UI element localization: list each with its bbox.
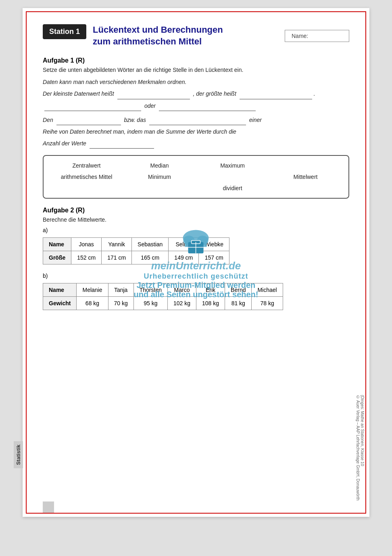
table-cell: 102 kg	[168, 297, 196, 310]
copyright-text: (Dinges: Mathe an Stationen, Klasse 10 ©…	[356, 395, 365, 501]
table-row: Größe 152 cm 171 cm 165 cm 149 cm 157 cm	[43, 251, 229, 264]
word-box: Zentralwert Median Maximum arithmetische…	[43, 155, 349, 199]
blank7	[90, 148, 154, 149]
table-cell: Sebastian	[132, 238, 169, 251]
word-arithmetisches-mittel: arithmetisches Mittel	[52, 174, 121, 180]
word-minimum: Minimum	[125, 174, 194, 180]
table-cell: 81 kg	[225, 297, 252, 310]
word-empty3	[52, 185, 121, 191]
page: Station 1 Lückentext und Berechnungen zu…	[23, 8, 369, 517]
task2-description: Berechne die Mittelwerte.	[43, 216, 349, 223]
blank6	[149, 125, 246, 125]
table-cell: 149 cm	[169, 251, 199, 264]
blank1	[117, 99, 190, 99]
blank3	[44, 111, 141, 111]
header: Station 1 Lückentext und Berechnungen zu…	[43, 24, 349, 47]
word-empty5	[271, 185, 340, 191]
table-header-gewicht: Gewicht	[43, 297, 77, 310]
task2a-section: a) Name Jonas Yannik Sebastian Selma Wie…	[43, 227, 349, 264]
line2: Der kleinste Datenwert heißt , der größt…	[43, 89, 349, 99]
table-header-groesse: Größe	[43, 251, 71, 264]
table-header-name: Name	[43, 283, 77, 297]
line7: Anzahl der Werte	[43, 138, 349, 149]
table-cell: 95 kg	[133, 297, 167, 310]
table-cell: Thorsten	[133, 283, 167, 297]
table-cell: 68 kg	[77, 297, 108, 310]
table-cell: 152 cm	[71, 251, 102, 264]
table-cell: Michael	[252, 283, 283, 297]
word-empty1	[271, 162, 340, 169]
table-cell: Bernd	[225, 283, 252, 297]
page-number	[43, 501, 54, 513]
line6: Reihe von Daten berechnet man, indem man…	[43, 127, 349, 137]
blank5	[56, 125, 121, 125]
table-row: Name Jonas Yannik Sebastian Selma Wiebke	[43, 238, 229, 251]
table-cell: Erik	[196, 283, 225, 297]
table-cell: 70 kg	[108, 297, 133, 310]
table-cell: Selma	[169, 238, 199, 251]
blank2	[240, 99, 312, 99]
task1-section: Aufgabe 1 (R) Setze die unten abgebildet…	[43, 57, 349, 199]
table-header-name: Name	[43, 238, 71, 251]
table-row: Name Melanie Tanja Thorsten Marco Erik B…	[43, 283, 283, 297]
table-cell: Tanja	[108, 283, 133, 297]
task2-section: Aufgabe 2 (R) Berechne die Mittelwerte. …	[43, 207, 349, 310]
header-title: Lückentext und Berechnungen zum arithmet…	[93, 24, 278, 47]
sub-b-label: b)	[43, 273, 349, 279]
station-badge: Station 1	[43, 24, 86, 39]
word-mittelwert: Mittelwert	[271, 174, 340, 180]
sidebar-statistik-label: Statistik	[14, 441, 23, 468]
table-cell: Melanie	[77, 283, 108, 297]
table-cell: 157 cm	[199, 251, 229, 264]
table-cell: 165 cm	[132, 251, 169, 264]
table-row: Gewicht 68 kg 70 kg 95 kg 102 kg 108 kg …	[43, 297, 283, 310]
task2-title: Aufgabe 2 (R)	[43, 207, 349, 214]
name-box: Name:	[285, 30, 349, 42]
table-cell: 78 kg	[252, 297, 283, 310]
table-cell: Marco	[168, 283, 196, 297]
table-b: Name Melanie Tanja Thorsten Marco Erik B…	[43, 283, 283, 310]
table-cell: Yannik	[102, 238, 132, 251]
task2b-section: b) Name Melanie Tanja Thorsten Marco Eri…	[43, 273, 349, 310]
table-cell: 171 cm	[102, 251, 132, 264]
word-zentralwert: Zentralwert	[52, 162, 121, 169]
line5: Den bzw. das einer	[43, 115, 349, 125]
word-median: Median	[125, 162, 194, 169]
word-empty2	[198, 174, 267, 180]
table-cell: Wiebke	[199, 238, 229, 251]
table-a: Name Jonas Yannik Sebastian Selma Wiebke…	[43, 237, 229, 264]
table-cell: Jonas	[71, 238, 102, 251]
task1-title: Aufgabe 1 (R)	[43, 57, 349, 64]
blank4	[159, 111, 256, 111]
word-empty4	[125, 185, 194, 191]
task1-description: Setze die unten abgebildeten Wörter an d…	[43, 67, 349, 73]
page-title: Lückentext und Berechnungen zum arithmet…	[93, 24, 278, 47]
word-dividiert: dividiert	[198, 185, 267, 191]
word-maximum: Maximum	[198, 162, 267, 169]
line1: Daten kann man nach verschiedenen Merkma…	[43, 77, 349, 87]
line4: oder	[43, 101, 349, 111]
sub-a-label: a)	[43, 227, 349, 233]
table-cell: 108 kg	[196, 297, 225, 310]
